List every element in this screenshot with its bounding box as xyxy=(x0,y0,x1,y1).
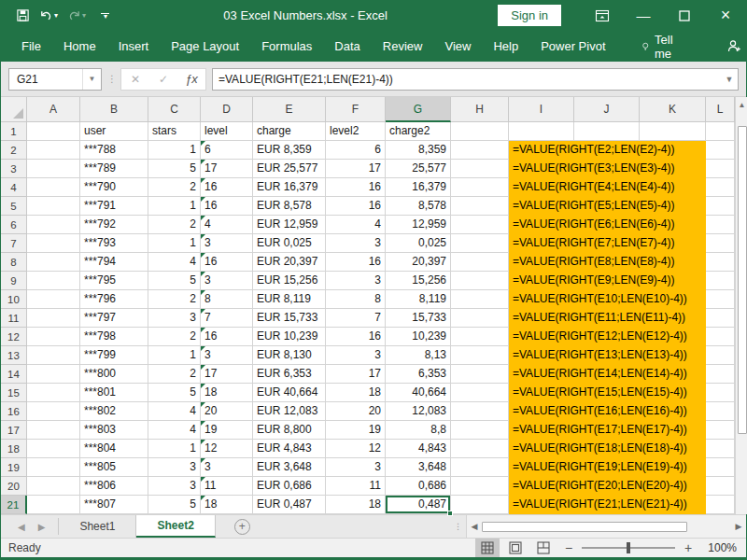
formula-input[interactable]: =VALUE(RIGHT(E21;LEN(E21)-4)) ▼ xyxy=(212,68,739,91)
cell-H12[interactable] xyxy=(451,328,509,346)
cell-C2[interactable]: 1 xyxy=(148,141,201,160)
cell-E4[interactable]: EUR 16,379 xyxy=(253,178,326,197)
cell-A8[interactable] xyxy=(27,253,80,272)
col-header-C[interactable]: C xyxy=(148,97,201,122)
cell-C19[interactable]: 3 xyxy=(148,458,201,477)
cell-A14[interactable] xyxy=(27,365,80,384)
cell-D16[interactable]: 20 xyxy=(201,402,253,421)
cell-C4[interactable]: 2 xyxy=(148,178,201,197)
cell-G13[interactable]: 8,13 xyxy=(386,346,451,365)
page-layout-view-icon[interactable] xyxy=(503,539,528,558)
cell-L6[interactable] xyxy=(706,216,735,234)
cell-A10[interactable] xyxy=(27,290,80,309)
cell-F2[interactable]: 6 xyxy=(326,141,386,160)
ribbon-tab-formulas[interactable]: Formulas xyxy=(250,33,323,60)
cell-C17[interactable]: 4 xyxy=(148,421,201,440)
cell-A19[interactable] xyxy=(27,458,80,477)
row-header-16[interactable]: 16 xyxy=(1,402,27,421)
ribbon-tab-insert[interactable]: Insert xyxy=(107,33,161,60)
cancel-entry-icon[interactable]: ✕ xyxy=(121,73,149,86)
cell-C3[interactable]: 5 xyxy=(148,160,201,178)
cell-I15[interactable]: =VALUE(RIGHT(E15;LEN(E15)-4)) xyxy=(509,384,706,402)
cell-L11[interactable] xyxy=(706,309,735,328)
customize-quick-access-toolbar-icon[interactable]: ▾ xyxy=(97,11,113,21)
cell-D7[interactable]: 3 xyxy=(201,234,253,253)
cell-E8[interactable]: EUR 20,397 xyxy=(253,253,326,272)
insert-function-icon[interactable]: ƒx xyxy=(177,72,205,86)
cell-F14[interactable]: 17 xyxy=(326,365,386,384)
cell-G15[interactable]: 40,664 xyxy=(386,384,451,402)
cell-G4[interactable]: 16,379 xyxy=(386,178,451,197)
cell-B16[interactable]: ***802 xyxy=(80,402,148,421)
cell-L21[interactable] xyxy=(706,496,735,514)
row-header-2[interactable]: 2 xyxy=(1,141,27,160)
maximize-icon[interactable] xyxy=(664,0,705,31)
ribbon-tab-view[interactable]: View xyxy=(433,33,482,60)
cell-C5[interactable]: 1 xyxy=(148,197,201,216)
expand-formula-bar-icon[interactable]: ▼ xyxy=(721,75,738,84)
cell-G17[interactable]: 8,8 xyxy=(386,421,451,440)
confirm-entry-icon[interactable]: ✓ xyxy=(149,73,177,86)
redo-dropdown-icon[interactable]: ▾ xyxy=(82,11,86,20)
cell-F8[interactable]: 16 xyxy=(326,253,386,272)
cell-I9[interactable]: =VALUE(RIGHT(E9;LEN(E9)-4)) xyxy=(509,272,706,290)
page-break-preview-icon[interactable] xyxy=(531,539,556,558)
cell-D10[interactable]: 8 xyxy=(201,290,253,309)
cell-G1[interactable]: charge2 xyxy=(386,122,451,141)
ribbon-tab-home[interactable]: Home xyxy=(52,33,107,60)
normal-view-icon[interactable] xyxy=(475,539,500,558)
cell-H9[interactable] xyxy=(451,272,509,290)
cell-A20[interactable] xyxy=(27,477,80,496)
cell-H2[interactable] xyxy=(451,141,509,160)
cell-E16[interactable]: EUR 12,083 xyxy=(253,402,326,421)
row-header-13[interactable]: 13 xyxy=(1,346,27,365)
row-header-10[interactable]: 10 xyxy=(1,290,27,309)
cell-E21[interactable]: EUR 0,487 xyxy=(253,496,326,514)
cell-G19[interactable]: 3,648 xyxy=(386,458,451,477)
cell-I16[interactable]: =VALUE(RIGHT(E16;LEN(E16)-4)) xyxy=(509,402,706,421)
row-header-18[interactable]: 18 xyxy=(1,440,27,458)
share-control[interactable]: Share xyxy=(726,39,747,53)
cell-E17[interactable]: EUR 8,800 xyxy=(253,421,326,440)
cell-C18[interactable]: 1 xyxy=(148,440,201,458)
cell-G2[interactable]: 8,359 xyxy=(386,141,451,160)
minimize-icon[interactable]: — xyxy=(623,0,664,31)
cell-I6[interactable]: =VALUE(RIGHT(E6;LEN(E6)-4)) xyxy=(509,216,706,234)
cell-H10[interactable] xyxy=(451,290,509,309)
cell-A18[interactable] xyxy=(27,440,80,458)
col-header-G[interactable]: G xyxy=(386,97,451,122)
cell-B7[interactable]: ***793 xyxy=(80,234,148,253)
cell-H6[interactable] xyxy=(451,216,509,234)
cell-B3[interactable]: ***789 xyxy=(80,160,148,178)
cell-E19[interactable]: EUR 3,648 xyxy=(253,458,326,477)
cell-E20[interactable]: EUR 0,686 xyxy=(253,477,326,496)
row-header-21[interactable]: 21 xyxy=(1,496,27,514)
cell-G9[interactable]: 15,256 xyxy=(386,272,451,290)
cell-F19[interactable]: 3 xyxy=(326,458,386,477)
cell-I18[interactable]: =VALUE(RIGHT(E18;LEN(E18)-4)) xyxy=(509,440,706,458)
cell-A16[interactable] xyxy=(27,402,80,421)
cell-L10[interactable] xyxy=(706,290,735,309)
row-header-19[interactable]: 19 xyxy=(1,458,27,477)
cell-E11[interactable]: EUR 15,733 xyxy=(253,309,326,328)
col-header-I[interactable]: I xyxy=(509,97,574,122)
name-box[interactable]: G21 ▼ xyxy=(8,68,102,91)
col-header-J[interactable]: J xyxy=(574,97,640,122)
scroll-right-icon[interactable]: ▶ xyxy=(731,522,746,531)
cell-B21[interactable]: ***807 xyxy=(80,496,148,514)
cell-F15[interactable]: 18 xyxy=(326,384,386,402)
cell-G5[interactable]: 8,578 xyxy=(386,197,451,216)
cell-D20[interactable]: 11 xyxy=(201,477,253,496)
cell-C13[interactable]: 1 xyxy=(148,346,201,365)
cell-H13[interactable] xyxy=(451,346,509,365)
cell-D11[interactable]: 7 xyxy=(201,309,253,328)
col-header-K[interactable]: K xyxy=(640,97,706,122)
cell-L7[interactable] xyxy=(706,234,735,253)
vertical-scrollbar[interactable]: ▲ xyxy=(735,97,747,514)
cell-H4[interactable] xyxy=(451,178,509,197)
cell-D13[interactable]: 3 xyxy=(201,346,253,365)
ribbon-tab-help[interactable]: Help xyxy=(482,33,529,60)
zoom-slider-thumb[interactable] xyxy=(627,542,630,553)
cell-L19[interactable] xyxy=(706,458,735,477)
cell-I5[interactable]: =VALUE(RIGHT(E5;LEN(E5)-4)) xyxy=(509,197,706,216)
